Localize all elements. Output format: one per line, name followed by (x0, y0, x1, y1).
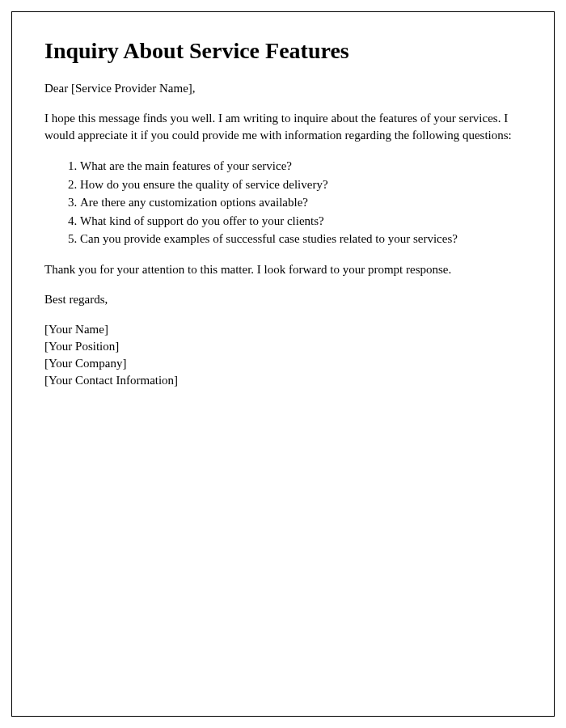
list-item: How do you ensure the quality of service… (80, 176, 522, 194)
salutation: Dear [Service Provider Name], (44, 80, 522, 97)
signature-position: [Your Position] (44, 338, 522, 355)
closing-paragraph: Thank you for your attention to this mat… (44, 261, 522, 278)
list-item: What kind of support do you offer to you… (80, 212, 522, 231)
list-item: What are the main features of your servi… (80, 157, 522, 176)
questions-list: What are the main features of your servi… (80, 157, 522, 248)
document-page: Inquiry About Service Features Dear [Ser… (11, 11, 555, 717)
signoff: Best regards, (44, 291, 522, 308)
signature-contact: [Your Contact Information] (44, 372, 522, 389)
signature-block: [Your Name] [Your Position] [Your Compan… (44, 321, 522, 389)
intro-paragraph: I hope this message finds you well. I am… (44, 110, 522, 144)
signature-name: [Your Name] (44, 321, 522, 338)
list-item: Are there any customization options avai… (80, 193, 522, 212)
document-title: Inquiry About Service Features (44, 38, 522, 64)
signature-company: [Your Company] (44, 355, 522, 372)
list-item: Can you provide examples of successful c… (80, 230, 522, 248)
